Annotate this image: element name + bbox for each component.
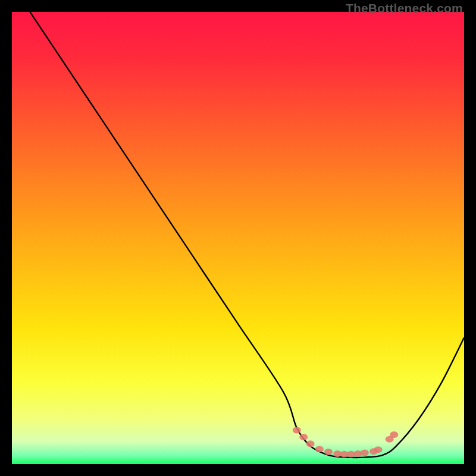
highlight-dot bbox=[306, 440, 315, 447]
highlight-dot bbox=[315, 446, 324, 452]
highlight-dot bbox=[361, 450, 369, 456]
chart-svg bbox=[12, 12, 464, 464]
gradient-background bbox=[12, 12, 464, 464]
highlight-dot bbox=[299, 434, 308, 440]
highlight-dot bbox=[374, 446, 383, 453]
highlight-dot bbox=[324, 449, 333, 455]
watermark: TheBottleneck.com bbox=[346, 1, 463, 15]
highlight-dot bbox=[390, 431, 398, 438]
chart-container bbox=[12, 12, 464, 464]
highlight-dot bbox=[293, 427, 301, 434]
